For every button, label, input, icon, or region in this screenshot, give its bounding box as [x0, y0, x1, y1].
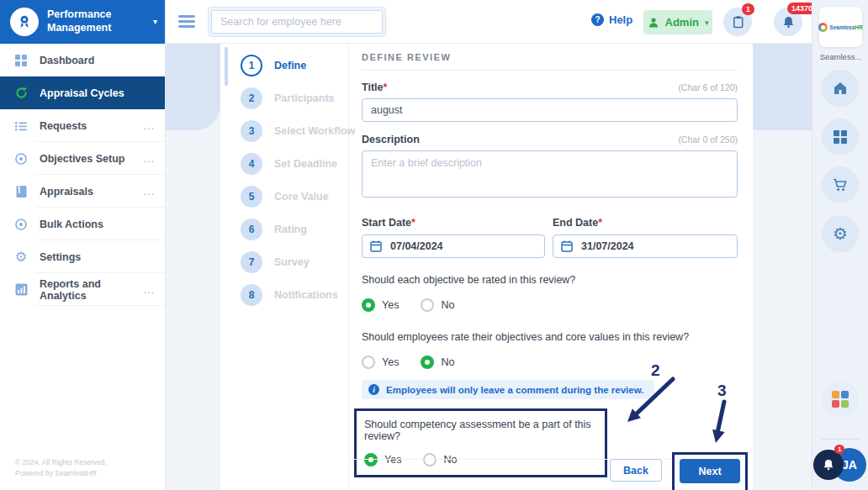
book-icon [13, 184, 29, 199]
seamlesshr-logo-card[interactable]: SeamlessHR [819, 7, 862, 47]
left-sidebar: Performance Management ▾ Dashboard Appra… [0, 0, 166, 490]
sidebar-item-objectives-setup[interactable]: Objectives Setup ... [0, 142, 165, 175]
list-icon [13, 119, 29, 134]
more-ellipsis[interactable]: ... [144, 186, 155, 198]
step-label: Select Workflow [274, 125, 355, 137]
right-app-rail: SeamlessHR Seamless... ⚙ JA 1 [812, 0, 868, 490]
person-icon [648, 17, 659, 29]
stepper-step-participants[interactable]: 2 Participants [220, 82, 348, 114]
target-icon [13, 217, 29, 232]
clipboard-button[interactable]: 1 [723, 8, 752, 36]
start-date-field[interactable]: 07/04/2024 [362, 234, 545, 258]
radio-option-no[interactable]: No [421, 356, 454, 369]
admin-dropdown-button[interactable]: Admin ▾ [643, 10, 712, 34]
required-asterisk: * [598, 217, 602, 229]
stepper-step-set-deadline[interactable]: 4 Set Deadline [220, 147, 348, 180]
hamburger-menu-icon[interactable] [178, 15, 195, 28]
more-ellipsis[interactable]: ... [144, 153, 155, 165]
end-date-field[interactable]: 31/07/2024 [553, 234, 738, 258]
sidebar-item-label: Appraisal Cycles [40, 87, 124, 99]
stepper-step-define[interactable]: 1 Define [220, 49, 348, 82]
step-number: 2 [241, 87, 262, 109]
stepper-step-rating[interactable]: 6 Rating [220, 213, 348, 245]
apps-grid-button[interactable] [822, 119, 859, 155]
sidebar-item-reports-analytics[interactable]: Reports and Analytics ... [0, 273, 165, 306]
clipboard-icon [731, 14, 745, 29]
stepper-step-notifications[interactable]: 8 Notifications [220, 278, 348, 311]
sidebar-item-appraisal-cycles[interactable]: Appraisal Cycles [0, 76, 165, 109]
start-date-value: 07/04/2024 [390, 240, 443, 252]
rail-notifications-button[interactable] [813, 450, 844, 480]
step-number: 5 [241, 186, 262, 208]
back-button[interactable]: Back [610, 459, 662, 482]
title-field[interactable] [362, 98, 738, 122]
question-mark-icon: ? [591, 13, 604, 26]
product-title: Performance Management [47, 8, 128, 34]
chevron-down-icon[interactable]: ▾ [153, 17, 157, 26]
notifications-button[interactable]: 14370 [774, 8, 802, 36]
next-button[interactable]: Next [680, 459, 740, 483]
grid-icon [833, 129, 848, 145]
step-label: Set Deadline [274, 158, 337, 170]
description-label: Description [362, 134, 420, 145]
review-wizard-card: 1 Define 2 Participants 3 Select Workflo… [220, 44, 753, 490]
radio-option-no[interactable]: No [423, 453, 457, 466]
help-button[interactable]: ? Help [591, 13, 632, 26]
step-label: Rating [274, 224, 307, 235]
question-employees-rate: Should employees rate their objectives a… [362, 331, 738, 343]
calendar-icon [369, 240, 383, 253]
radio-option-yes[interactable]: Yes [362, 356, 399, 369]
info-note-text: Employees will only leave a comment duri… [386, 385, 643, 395]
stepper-step-select-workflow[interactable]: 3 Select Workflow [220, 114, 348, 147]
step-label: Survey [274, 256, 310, 268]
radio-icon[interactable] [362, 356, 375, 369]
home-button[interactable] [822, 70, 859, 107]
radio-option-yes[interactable]: Yes [364, 453, 401, 466]
radio-icon[interactable] [364, 453, 378, 466]
footer-copyright: © 2024. All Rights Reserved. Powered by … [15, 457, 107, 480]
dashboard-grid-icon [13, 53, 29, 68]
start-date-label: Start Date* [362, 217, 415, 229]
sidebar-item-bulk-actions[interactable]: Bulk Actions [0, 208, 165, 240]
radio-option-no[interactable]: No [421, 298, 454, 312]
stepper-step-core-value[interactable]: 5 Core Value [220, 180, 348, 213]
radio-icon[interactable] [362, 298, 375, 312]
radio-option-yes[interactable]: Yes [362, 298, 399, 312]
divider [362, 70, 738, 71]
radio-icon[interactable] [423, 453, 437, 466]
chevron-down-icon: ▾ [705, 18, 709, 27]
app-name-label: Seamless... [812, 52, 868, 61]
step-label: Core Value [274, 191, 329, 203]
more-ellipsis[interactable]: ... [144, 284, 155, 296]
description-field[interactable] [362, 150, 738, 198]
step-label: Notifications [274, 289, 338, 301]
sidebar-item-label: Settings [40, 251, 81, 263]
refresh-cycle-icon [13, 86, 29, 101]
cart-button[interactable] [822, 166, 859, 203]
sidebar-item-dashboard[interactable]: Dashboard [0, 44, 165, 76]
question-competency-assessment: Should competency assessment be a part o… [364, 419, 596, 442]
more-ellipsis[interactable]: ... [144, 120, 155, 132]
radio-icon[interactable] [421, 298, 434, 312]
colorful-grid-icon [832, 391, 849, 408]
search-input[interactable] [211, 10, 383, 34]
product-logo-block[interactable]: Performance Management ▾ [0, 0, 165, 44]
stepper-step-survey[interactable]: 7 Survey [220, 245, 348, 278]
end-date-value: 31/07/2024 [581, 240, 634, 252]
sidebar-item-settings[interactable]: ⚙ Settings [0, 240, 165, 273]
radio-icon[interactable] [421, 356, 434, 369]
app-switcher-button[interactable] [822, 381, 859, 418]
divider [821, 439, 860, 440]
sidebar-item-requests[interactable]: Requests ... [0, 109, 165, 142]
clipboard-badge: 1 [742, 3, 754, 15]
employee-search [208, 7, 386, 37]
sidebar-item-appraisals[interactable]: Appraisals ... [0, 175, 165, 208]
bell-icon [822, 458, 835, 472]
settings-button[interactable]: ⚙ [822, 215, 859, 252]
sidebar-item-label: Dashboard [40, 55, 94, 66]
performance-management-app: Performance Management ▾ Dashboard Appra… [0, 0, 868, 490]
sidebar-item-label: Reports and Analytics [40, 278, 144, 302]
background-panel-left [166, 44, 220, 130]
step-number: 7 [241, 251, 262, 273]
gear-icon: ⚙ [13, 250, 29, 265]
